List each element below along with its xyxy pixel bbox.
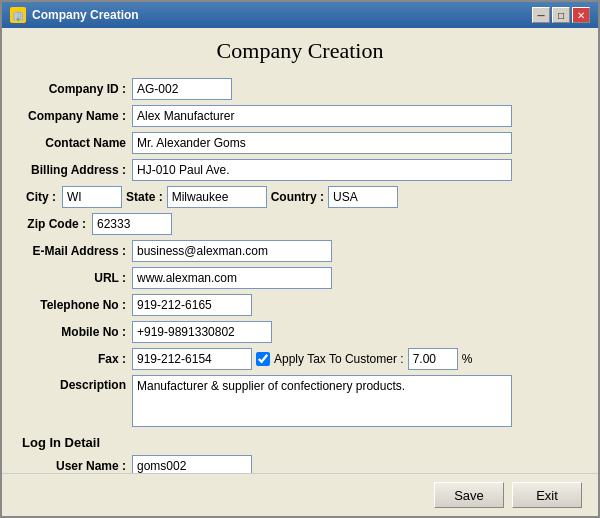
window-body: Company Creation Company ID : Company Na… [2, 28, 598, 473]
mobile-row: Mobile No : [22, 321, 578, 343]
url-row: URL : [22, 267, 578, 289]
url-input[interactable] [132, 267, 332, 289]
username-label: User Name : [22, 459, 132, 473]
save-button[interactable]: Save [434, 482, 504, 508]
zip-code-label: Zip Code : [22, 217, 92, 231]
description-row: Description Manufacturer & supplier of c… [22, 375, 578, 427]
title-bar-left: 🏢 Company Creation [10, 7, 139, 23]
title-bar: 🏢 Company Creation ─ □ ✕ [2, 2, 598, 28]
tax-row: Apply Tax To Customer : % [256, 348, 472, 370]
contact-name-label: Contact Name [22, 136, 132, 150]
city-state-country-row: City : State : Country : [22, 186, 578, 208]
fax-label: Fax : [22, 352, 132, 366]
country-label: Country : [267, 190, 328, 204]
username-row: User Name : [22, 455, 578, 473]
contact-name-row: Contact Name [22, 132, 578, 154]
city-label: City : [22, 190, 62, 204]
url-label: URL : [22, 271, 132, 285]
footer: Save Exit [2, 473, 598, 516]
apply-tax-label: Apply Tax To Customer : [274, 352, 404, 366]
company-name-label: Company Name : [22, 109, 132, 123]
email-label: E-Mail Address : [22, 244, 132, 258]
form-section: Company ID : Company Name : Contact Name… [22, 78, 578, 427]
state-input[interactable] [167, 186, 267, 208]
city-input[interactable] [62, 186, 122, 208]
telephone-input[interactable] [132, 294, 252, 316]
email-row: E-Mail Address : [22, 240, 578, 262]
username-input[interactable] [132, 455, 252, 473]
state-label: State : [122, 190, 167, 204]
exit-button[interactable]: Exit [512, 482, 582, 508]
contact-name-input[interactable] [132, 132, 512, 154]
billing-address-input[interactable] [132, 159, 512, 181]
main-window: 🏢 Company Creation ─ □ ✕ Company Creatio… [0, 0, 600, 518]
billing-address-label: Billing Address : [22, 163, 132, 177]
billing-address-row: Billing Address : [22, 159, 578, 181]
tax-value-input[interactable] [408, 348, 458, 370]
telephone-label: Telephone No : [22, 298, 132, 312]
description-input[interactable]: Manufacturer & supplier of confectionery… [132, 375, 512, 427]
company-id-label: Company ID : [22, 82, 132, 96]
telephone-row: Telephone No : [22, 294, 578, 316]
mobile-input[interactable] [132, 321, 272, 343]
company-name-row: Company Name : [22, 105, 578, 127]
country-input[interactable] [328, 186, 398, 208]
maximize-button[interactable]: □ [552, 7, 570, 23]
fax-input[interactable] [132, 348, 252, 370]
mobile-label: Mobile No : [22, 325, 132, 339]
zip-code-row: Zip Code : [22, 213, 578, 235]
page-title: Company Creation [22, 38, 578, 64]
description-label: Description [22, 375, 132, 392]
close-button[interactable]: ✕ [572, 7, 590, 23]
tax-percent-symbol: % [462, 352, 473, 366]
zip-code-input[interactable] [92, 213, 172, 235]
company-name-input[interactable] [132, 105, 512, 127]
login-section-title: Log In Detail [22, 435, 578, 450]
company-id-input[interactable] [132, 78, 232, 100]
apply-tax-checkbox[interactable] [256, 352, 270, 366]
title-buttons: ─ □ ✕ [532, 7, 590, 23]
minimize-button[interactable]: ─ [532, 7, 550, 23]
window-title: Company Creation [32, 8, 139, 22]
company-id-row: Company ID : [22, 78, 578, 100]
window-icon: 🏢 [10, 7, 26, 23]
fax-tax-row: Fax : Apply Tax To Customer : % [22, 348, 578, 370]
email-input[interactable] [132, 240, 332, 262]
